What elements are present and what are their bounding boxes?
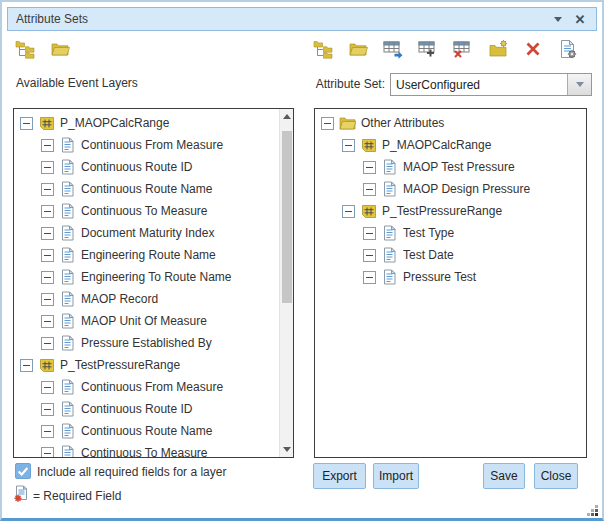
tree-node-label: Continuous Route ID — [81, 160, 192, 174]
dock-button[interactable] — [550, 11, 566, 27]
tree-row[interactable]: Continuous Route ID — [14, 398, 279, 420]
doc-icon — [381, 247, 398, 263]
folder-icon — [339, 116, 356, 130]
doc-icon — [59, 401, 76, 417]
doc-icon — [59, 159, 76, 175]
tree-row[interactable]: Engineering To Route Name — [14, 266, 279, 288]
tree-row[interactable]: Test Date — [315, 244, 586, 266]
tree-row[interactable]: Continuous Route Name — [14, 178, 279, 200]
doc-icon — [381, 225, 398, 241]
close-dialog-button[interactable]: Close — [534, 463, 578, 489]
tree-node-label: MAOP Design Pressure — [403, 182, 530, 196]
tree-node-label: Test Type — [403, 226, 454, 240]
tree-node-label: P_MAOPCalcRange — [60, 116, 169, 130]
collapse-minus-icon[interactable] — [41, 271, 54, 284]
tree-row[interactable]: Continuous Route ID — [14, 156, 279, 178]
collapse-minus-icon[interactable] — [41, 249, 54, 262]
tree-row[interactable]: Continuous To Measure — [14, 200, 279, 222]
collapse-minus-icon[interactable] — [363, 227, 376, 240]
new-tree-icon[interactable] — [310, 37, 336, 61]
tree-node-label: Continuous Route Name — [81, 182, 212, 196]
collapse-minus-icon[interactable] — [363, 161, 376, 174]
tree-row[interactable]: Pressure Test — [315, 266, 586, 288]
tree-row[interactable]: MAOP Unit Of Measure — [14, 310, 279, 332]
collapse-minus-icon[interactable] — [41, 293, 54, 306]
collapse-minus-icon[interactable] — [41, 139, 54, 152]
collapse-minus-icon[interactable] — [363, 271, 376, 284]
collapse-minus-icon[interactable] — [41, 447, 54, 458]
table-export-icon[interactable] — [380, 37, 406, 61]
tree-row[interactable]: Other Attributes — [315, 112, 586, 134]
scroll-up-button[interactable] — [280, 109, 294, 124]
table-add-icon[interactable] — [415, 37, 441, 61]
collapse-minus-icon[interactable] — [41, 315, 54, 328]
save-button[interactable]: Save — [483, 463, 525, 489]
available-layers-panel: P_MAOPCalcRangeContinuous From MeasureCo… — [13, 108, 294, 458]
collapse-minus-icon[interactable] — [41, 337, 54, 350]
tree-row[interactable]: Document Maturity Index — [14, 222, 279, 244]
tree-row[interactable]: Continuous To Measure — [14, 442, 279, 457]
tree-row[interactable]: Engineering Route Name — [14, 244, 279, 266]
open-folder-icon[interactable] — [345, 37, 371, 61]
collapse-minus-icon[interactable] — [20, 359, 33, 372]
collapse-minus-icon[interactable] — [41, 227, 54, 240]
tree-node-label: Continuous To Measure — [81, 204, 208, 218]
tree-row[interactable]: Pressure Established By — [14, 332, 279, 354]
tree-row[interactable]: MAOP Record — [14, 288, 279, 310]
resize-grip[interactable] — [586, 503, 599, 516]
collapse-minus-icon[interactable] — [20, 117, 33, 130]
chevron-down-icon — [576, 82, 584, 87]
collapse-minus-icon[interactable] — [41, 161, 54, 174]
tree-row[interactable]: Continuous From Measure — [14, 376, 279, 398]
collapse-minus-icon[interactable] — [342, 139, 355, 152]
vertical-scrollbar[interactable] — [279, 109, 293, 457]
tree-node-label: MAOP Record — [81, 292, 158, 306]
collapse-minus-icon[interactable] — [41, 403, 54, 416]
close-button[interactable]: ✕ — [572, 11, 588, 27]
table-remove-icon[interactable] — [450, 37, 476, 61]
folder-new-icon[interactable] — [485, 37, 511, 61]
scrollbar-thumb[interactable] — [282, 131, 292, 303]
tree-row[interactable]: MAOP Design Pressure — [315, 178, 586, 200]
doc-icon — [59, 137, 76, 153]
required-field-icon — [13, 485, 29, 508]
scroll-down-button[interactable] — [280, 442, 294, 457]
collapse-minus-icon[interactable] — [41, 425, 54, 438]
tree-node-label: Document Maturity Index — [81, 226, 214, 240]
include-required-checkbox[interactable] — [15, 463, 31, 479]
tree-row[interactable]: P_TestPressureRange — [315, 200, 586, 222]
collapse-minus-icon[interactable] — [363, 183, 376, 196]
collapse-minus-icon[interactable] — [342, 205, 355, 218]
delete-icon[interactable] — [520, 37, 546, 61]
new-tree-icon[interactable] — [12, 37, 38, 61]
tree-row[interactable]: Continuous Route Name — [14, 420, 279, 442]
tree-node-label: Pressure Established By — [81, 336, 212, 350]
tree-row[interactable]: MAOP Test Pressure — [315, 156, 586, 178]
collapse-minus-icon[interactable] — [363, 249, 376, 262]
tree-node-label: Engineering To Route Name — [81, 270, 232, 284]
tree-row[interactable]: Test Type — [315, 222, 586, 244]
triangle-down-icon — [283, 447, 291, 452]
tree-row[interactable]: P_MAOPCalcRange — [315, 134, 586, 156]
collapse-minus-icon[interactable] — [41, 183, 54, 196]
doc-icon — [59, 203, 76, 219]
layer-icon — [38, 116, 55, 131]
doc-icon — [59, 423, 76, 439]
doc-icon — [59, 225, 76, 241]
open-folder-icon[interactable] — [47, 37, 73, 61]
doc-settings-icon[interactable] — [555, 37, 581, 61]
dropdown-arrow-button[interactable] — [567, 74, 591, 95]
close-icon: ✕ — [575, 13, 586, 26]
doc-icon — [381, 181, 398, 197]
collapse-minus-icon[interactable] — [41, 205, 54, 218]
export-button[interactable]: Export — [313, 463, 366, 489]
import-button[interactable]: Import — [373, 463, 419, 489]
tree-row[interactable]: P_MAOPCalcRange — [14, 112, 279, 134]
collapse-minus-icon[interactable] — [321, 117, 334, 130]
tree-row[interactable]: P_TestPressureRange — [14, 354, 279, 376]
tree-node-label: Continuous To Measure — [81, 446, 208, 457]
collapse-minus-icon[interactable] — [41, 381, 54, 394]
attribute-set-dropdown[interactable]: UserConfigured — [390, 73, 592, 96]
resize-grip-icon — [586, 504, 599, 517]
tree-row[interactable]: Continuous From Measure — [14, 134, 279, 156]
